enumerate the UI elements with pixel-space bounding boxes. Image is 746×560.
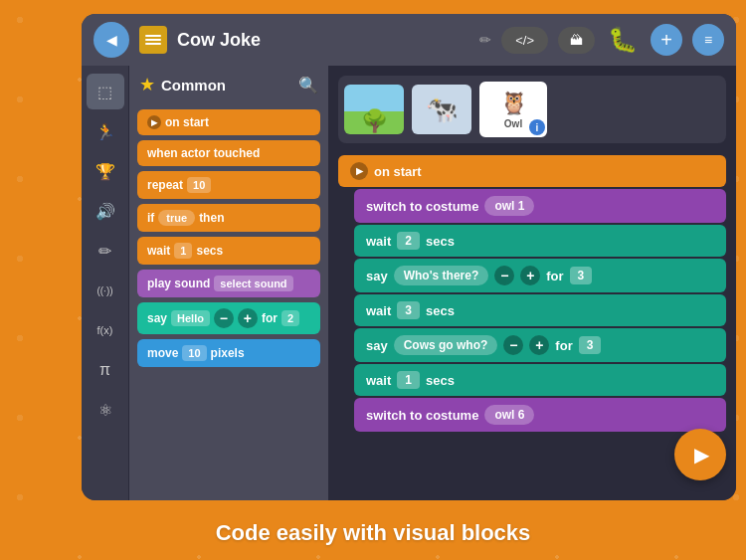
say-minus[interactable]: −	[214, 308, 234, 328]
ws-block-wait2[interactable]: wait 2 secs	[354, 225, 726, 257]
sidebar-icon-extra[interactable]: ⚛	[87, 392, 124, 428]
block-move[interactable]: move 10 pixels	[137, 339, 320, 367]
sidebar-icon-pen[interactable]: ✏	[87, 233, 124, 269]
ws-wait3-value[interactable]: 3	[397, 301, 420, 319]
ws-wait2-value[interactable]: 2	[397, 232, 420, 250]
blocks-panel: ★ Common 🔍 ▶ on start when actor touched…	[129, 66, 328, 500]
ws-say-cows-duration[interactable]: 3	[579, 336, 602, 354]
sprite-owl-label: Owl	[504, 118, 522, 129]
debug-icon: 🐛	[605, 22, 641, 58]
ws-say-whos-duration[interactable]: 3	[570, 267, 593, 284]
sprite-bar: 🌳 🐄 🦉 Owl i	[338, 76, 726, 143]
blocks-header: ★ Common 🔍	[129, 66, 328, 103]
sprite-cow[interactable]: 🐄	[412, 85, 471, 134]
add-button[interactable]: +	[651, 24, 682, 56]
sidebar-icon-sound[interactable]: 🔊	[87, 193, 124, 229]
edit-icon[interactable]: ✏	[479, 32, 491, 48]
code-block-group: ▶ on start switch to costume owl 1 wait …	[338, 155, 726, 432]
ws-say-whos-value[interactable]: Who's there?	[394, 266, 489, 285]
sidebar-icon-actor[interactable]: ⬚	[87, 74, 124, 109]
ws-block-costume-owl6[interactable]: switch to costume owl 6	[354, 398, 726, 432]
star-icon: ★	[139, 74, 155, 95]
code-button[interactable]: </>	[501, 27, 548, 54]
main-container: Cow Joke ✏ </> 🏔 🐛 + ≡ ⬚ 🏃 🏆 🔊 ✏ ((·)) f…	[82, 14, 736, 500]
ws-block-wait1[interactable]: wait 1 secs	[354, 364, 726, 396]
sidebar-icon-math[interactable]: π	[87, 352, 124, 388]
blocks-list: ▶ on start when actor touched repeat 10 …	[129, 103, 328, 500]
search-icon[interactable]: 🔍	[298, 76, 318, 94]
sprite-owl-container: 🦉 Owl i	[479, 82, 547, 137]
stage-button[interactable]: 🏔	[558, 27, 595, 54]
block-repeat[interactable]: repeat 10	[137, 171, 320, 199]
top-bar: Cow Joke ✏ </> 🏔 🐛 + ≡	[82, 14, 736, 66]
ws-block-wait3[interactable]: wait 3 secs	[354, 294, 726, 326]
back-button[interactable]	[93, 22, 129, 58]
notebook-icon	[139, 26, 167, 54]
block-on-start[interactable]: ▶ on start	[137, 109, 320, 135]
project-title: Cow Joke	[177, 30, 466, 51]
ws-costume6-value[interactable]: owl 6	[484, 405, 534, 425]
ws-costume1-value[interactable]: owl 1	[484, 196, 534, 216]
bottom-text: Code easily with visual blocks	[0, 520, 746, 546]
workspace: 🌳 🐄 🦉 Owl i ▶	[328, 66, 736, 500]
ws-block-say-whos[interactable]: say Who's there? − + for 3	[354, 259, 726, 292]
info-badge[interactable]: i	[529, 119, 545, 135]
wait-value[interactable]: 1	[174, 243, 192, 259]
block-wait[interactable]: wait 1 secs	[137, 237, 320, 265]
sound-value[interactable]: select sound	[214, 276, 292, 291]
say-duration[interactable]: 2	[281, 310, 299, 326]
ws-say-cows-minus[interactable]: −	[503, 335, 523, 355]
say-plus[interactable]: +	[238, 308, 258, 328]
block-if-true[interactable]: if true then	[137, 204, 320, 232]
repeat-value[interactable]: 10	[187, 177, 211, 193]
sprite-background[interactable]: 🌳	[344, 85, 404, 134]
block-play-sound[interactable]: play sound select sound	[137, 270, 320, 297]
play-button[interactable]	[674, 429, 726, 480]
move-value[interactable]: 10	[182, 345, 206, 361]
content-area: ⬚ 🏃 🏆 🔊 ✏ ((·)) f(x) π ⚛ ★ Common 🔍 ▶ on…	[82, 66, 736, 500]
sidebar-icons: ⬚ 🏃 🏆 🔊 ✏ ((·)) f(x) π ⚛	[82, 66, 129, 500]
ws-say-whos-plus[interactable]: +	[520, 266, 540, 285]
play-icon: ▶	[147, 115, 161, 129]
ws-say-whos-minus[interactable]: −	[494, 266, 514, 285]
sidebar-icon-control[interactable]: 🏆	[87, 153, 124, 189]
block-say[interactable]: say Hello − + for 2	[137, 302, 320, 334]
ws-play-icon: ▶	[350, 162, 368, 180]
ws-block-on-start[interactable]: ▶ on start	[338, 155, 726, 187]
ws-block-say-cows[interactable]: say Cows go who? − + for 3	[354, 328, 726, 362]
sidebar-icon-function[interactable]: f(x)	[87, 312, 124, 348]
sidebar-icon-sensing[interactable]: ((·))	[87, 273, 124, 308]
block-when-actor-touched[interactable]: when actor touched	[137, 140, 320, 166]
menu-button[interactable]: ≡	[692, 24, 724, 56]
sidebar-icon-motion[interactable]: 🏃	[87, 113, 124, 149]
ws-block-costume-owl1[interactable]: switch to costume owl 1	[354, 189, 726, 223]
condition-value[interactable]: true	[158, 210, 195, 226]
ws-say-cows-plus[interactable]: +	[529, 335, 549, 355]
blocks-category-title: Common	[161, 77, 292, 93]
ws-say-cows-value[interactable]: Cows go who?	[394, 335, 498, 355]
say-value[interactable]: Hello	[171, 310, 210, 326]
ws-wait1-value[interactable]: 1	[397, 371, 420, 389]
